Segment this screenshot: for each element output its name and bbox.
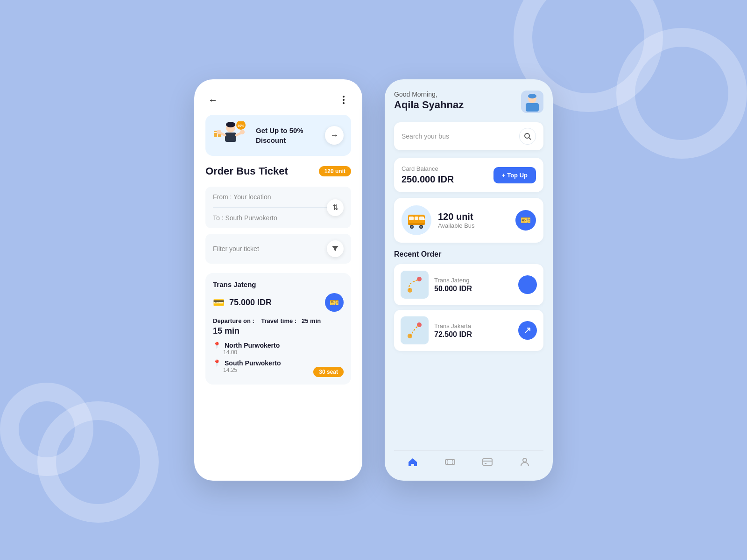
search-bar[interactable]: Search your bus (394, 122, 543, 150)
svg-text:50%: 50% (238, 124, 245, 127)
ticket-operator: Trans Jateng (213, 280, 344, 288)
recent-orders-title: Recent Order (394, 250, 543, 259)
card-balance-section: Card Balance 250.000 IDR + Top Up (394, 158, 543, 192)
seat-badge: 30 seat (313, 367, 344, 377)
svg-point-25 (411, 226, 413, 228)
svg-point-11 (240, 130, 245, 134)
bus-ticket-button[interactable]: 🎫 (515, 210, 536, 231)
order-title-row: Order Bus Ticket 120 unit (205, 165, 351, 177)
svg-point-26 (420, 226, 422, 228)
svg-rect-27 (423, 218, 425, 220)
order-info-1: Trans Jateng 50.000 IDR (434, 277, 513, 293)
topup-button[interactable]: + Top Up (493, 167, 536, 183)
more-menu-button[interactable] (336, 92, 351, 107)
order-title: Order Bus Ticket (205, 165, 288, 177)
balance-label: Card Balance (402, 165, 454, 172)
stop-north: 📍 North Purwokerto 14.00 (213, 342, 344, 356)
svg-rect-22 (408, 223, 425, 225)
stop-dot-blue: 📍 (213, 342, 221, 349)
svg-rect-6 (225, 133, 236, 142)
left-phone: ← 50% (194, 79, 362, 481)
location-inputs: From : Your location To : South Purwoker… (205, 187, 351, 228)
order-nav-button-1[interactable] (518, 275, 537, 294)
svg-rect-20 (415, 217, 418, 220)
bus-count: 120 unit (438, 211, 509, 222)
order-map-thumb-1 (401, 271, 429, 299)
stop-north-time: 14.00 (223, 349, 344, 356)
promo-illustration: 50% (213, 121, 250, 149)
order-price-2: 72.500 IDR (434, 330, 513, 339)
nav-ticket[interactable] (444, 456, 456, 468)
svg-line-17 (529, 138, 531, 140)
phones-container: ← 50% (194, 79, 553, 481)
nav-home[interactable] (407, 456, 418, 468)
svg-rect-34 (445, 460, 455, 464)
stop-south: 📍 South Purwokerto 14.25 (213, 359, 313, 373)
balance-amount: 250.000 IDR (402, 174, 454, 185)
bus-info: 120 unit Available Bus (438, 211, 509, 229)
unit-badge: 120 unit (319, 166, 351, 176)
search-button[interactable] (519, 128, 536, 145)
svg-rect-31 (401, 316, 429, 344)
stop-south-name: South Purwokerto (225, 359, 281, 367)
svg-rect-28 (401, 271, 429, 299)
ticket-price: 75.000 IDR (229, 298, 272, 308)
nav-card[interactable] (482, 456, 493, 468)
ticket-price-row: 💳 75.000 IDR 🎫 (213, 293, 344, 312)
svg-rect-15 (526, 103, 539, 112)
user-name: Aqila Syahnaz (394, 99, 464, 111)
ticket-card: Trans Jateng 💳 75.000 IDR 🎫 Departure on… (205, 273, 351, 385)
greeting-text: Good Morning, (394, 91, 464, 98)
right-header: Good Morning, Aqila Syahnaz (394, 91, 543, 113)
swap-button[interactable]: ⇅ (327, 199, 344, 216)
order-card-2: Trans Jakarta 72.500 IDR (394, 310, 543, 351)
svg-point-14 (528, 94, 536, 98)
ticket-money-icon: 💳 (213, 297, 225, 308)
avatar (521, 91, 543, 113)
svg-point-10 (217, 130, 221, 134)
order-operator-2: Trans Jakarta (434, 322, 513, 329)
order-info-2: Trans Jakarta 72.500 IDR (434, 322, 513, 339)
back-button[interactable]: ← (205, 92, 220, 107)
nav-profile[interactable] (519, 456, 530, 468)
bus-label: Available Bus (438, 222, 509, 229)
search-placeholder: Search your bus (402, 133, 449, 140)
order-map-thumb-2 (401, 316, 429, 344)
ticket-book-button[interactable]: 🎫 (325, 293, 344, 312)
stop-north-name: North Purwokerto (225, 342, 280, 349)
bottom-nav (394, 450, 543, 469)
available-bus-section: 120 unit Available Bus 🎫 (394, 198, 543, 243)
filter-row: Filter your ticket (205, 234, 351, 264)
svg-point-16 (525, 133, 529, 138)
departure-countdown: 15 min (213, 326, 344, 336)
svg-rect-35 (483, 459, 492, 465)
order-card-1: Trans Jateng 50.000 IDR (394, 264, 543, 305)
stop-south-time: 14.25 (223, 367, 313, 373)
svg-point-7 (226, 122, 235, 127)
svg-point-38 (523, 458, 527, 462)
filter-button[interactable] (327, 240, 344, 257)
promo-text: Get Up to 50% Discount (256, 126, 319, 145)
order-operator-1: Trans Jateng (434, 277, 513, 284)
order-nav-button-2[interactable] (518, 321, 537, 340)
stop-dot-red: 📍 (213, 359, 221, 367)
promo-banner: 50% (205, 115, 351, 156)
bus-icon (402, 205, 431, 235)
top-bar: ← (205, 89, 351, 115)
filter-placeholder: Filter your ticket (213, 245, 259, 252)
svg-rect-19 (409, 217, 414, 220)
promo-arrow-button[interactable]: → (325, 126, 344, 145)
order-price-1: 50.000 IDR (434, 285, 513, 293)
right-phone: Good Morning, Aqila Syahnaz Search your … (385, 79, 553, 481)
departure-row: Departure on : Travel time : 25 min (213, 317, 344, 324)
